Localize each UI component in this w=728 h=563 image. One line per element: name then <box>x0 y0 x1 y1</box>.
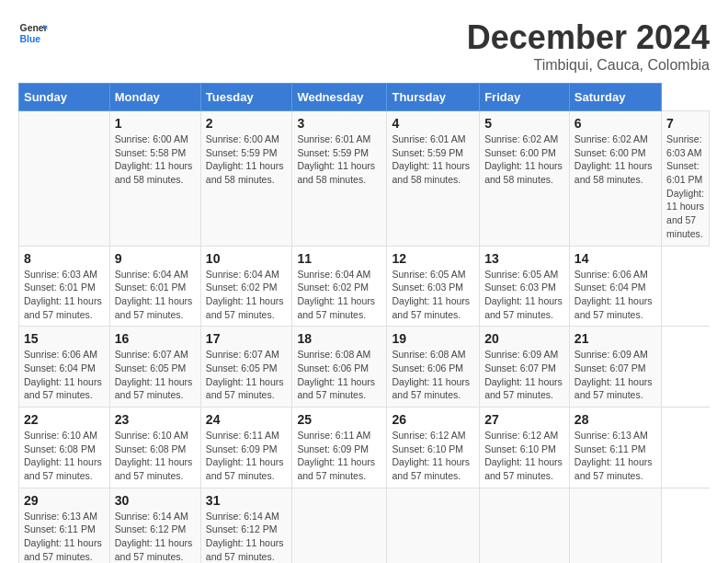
day-number: 10 <box>206 251 288 266</box>
calendar-week-row: 8Sunrise: 6:03 AM Sunset: 6:01 PM Daylig… <box>19 246 710 327</box>
calendar-table: SundayMondayTuesdayWednesdayThursdayFrid… <box>18 83 710 563</box>
day-info: Sunrise: 6:00 AM Sunset: 5:59 PM Dayligh… <box>206 132 288 187</box>
day-number: 5 <box>484 116 564 131</box>
day-number: 7 <box>666 116 704 131</box>
calendar-day-cell: 13Sunrise: 6:05 AM Sunset: 6:03 PM Dayli… <box>480 246 570 327</box>
calendar-day-cell: 25Sunrise: 6:11 AM Sunset: 6:09 PM Dayli… <box>292 408 387 488</box>
day-number: 23 <box>115 412 196 427</box>
calendar-week-row: 29Sunrise: 6:13 AM Sunset: 6:11 PM Dayli… <box>19 488 710 563</box>
calendar-day-cell: 17Sunrise: 6:07 AM Sunset: 6:05 PM Dayli… <box>200 327 292 408</box>
page-header: General Blue December 2024 Timbiqui, Cau… <box>18 18 710 74</box>
calendar-week-row: 22Sunrise: 6:10 AM Sunset: 6:08 PM Dayli… <box>19 408 710 488</box>
day-info: Sunrise: 6:09 AM Sunset: 6:07 PM Dayligh… <box>484 348 564 402</box>
header-thursday: Thursday <box>387 84 480 111</box>
day-info: Sunrise: 6:05 AM Sunset: 6:03 PM Dayligh… <box>484 268 564 322</box>
calendar-day-cell <box>292 488 387 563</box>
day-number: 19 <box>392 331 474 346</box>
day-number: 2 <box>206 116 288 131</box>
calendar-day-cell: 1Sunrise: 6:00 AM Sunset: 5:58 PM Daylig… <box>109 111 200 247</box>
day-number: 26 <box>392 412 474 427</box>
calendar-day-cell: 21Sunrise: 6:09 AM Sunset: 6:07 PM Dayli… <box>569 327 661 408</box>
day-number: 20 <box>484 331 564 346</box>
day-info: Sunrise: 6:14 AM Sunset: 6:12 PM Dayligh… <box>115 510 196 563</box>
header-tuesday: Tuesday <box>200 84 292 111</box>
calendar-day-cell: 26Sunrise: 6:12 AM Sunset: 6:10 PM Dayli… <box>387 408 480 488</box>
day-info: Sunrise: 6:08 AM Sunset: 6:06 PM Dayligh… <box>392 348 474 402</box>
header-monday: Monday <box>109 84 200 111</box>
day-number: 15 <box>24 331 105 346</box>
calendar-day-cell: 31Sunrise: 6:14 AM Sunset: 6:12 PM Dayli… <box>200 488 292 563</box>
day-info: Sunrise: 6:09 AM Sunset: 6:07 PM Dayligh… <box>574 348 656 402</box>
day-number: 31 <box>206 493 288 508</box>
day-number: 29 <box>24 493 105 508</box>
day-number: 6 <box>574 116 656 131</box>
day-info: Sunrise: 6:07 AM Sunset: 6:05 PM Dayligh… <box>115 348 196 402</box>
calendar-day-cell: 4Sunrise: 6:01 AM Sunset: 5:59 PM Daylig… <box>387 111 480 247</box>
calendar-day-cell <box>480 488 570 563</box>
calendar-header-row: SundayMondayTuesdayWednesdayThursdayFrid… <box>19 84 710 111</box>
calendar-day-cell: 11Sunrise: 6:04 AM Sunset: 6:02 PM Dayli… <box>292 246 387 327</box>
day-info: Sunrise: 6:03 AM Sunset: 6:01 PM Dayligh… <box>666 132 704 241</box>
calendar-day-cell <box>19 111 110 247</box>
calendar-day-cell: 15Sunrise: 6:06 AM Sunset: 6:04 PM Dayli… <box>19 327 110 408</box>
day-number: 17 <box>206 331 288 346</box>
day-info: Sunrise: 6:06 AM Sunset: 6:04 PM Dayligh… <box>574 268 656 322</box>
day-info: Sunrise: 6:06 AM Sunset: 6:04 PM Dayligh… <box>24 348 105 402</box>
day-info: Sunrise: 6:02 AM Sunset: 6:00 PM Dayligh… <box>484 132 564 187</box>
calendar-day-cell: 20Sunrise: 6:09 AM Sunset: 6:07 PM Dayli… <box>480 327 570 408</box>
logo-icon: General Blue <box>18 18 48 48</box>
day-number: 3 <box>297 116 381 131</box>
calendar-day-cell: 27Sunrise: 6:12 AM Sunset: 6:10 PM Dayli… <box>480 408 570 488</box>
location-subtitle: Timbiqui, Cauca, Colombia <box>467 57 710 74</box>
day-info: Sunrise: 6:00 AM Sunset: 5:58 PM Dayligh… <box>115 132 196 187</box>
calendar-day-cell: 16Sunrise: 6:07 AM Sunset: 6:05 PM Dayli… <box>109 327 200 408</box>
day-number: 9 <box>115 251 196 266</box>
calendar-day-cell: 12Sunrise: 6:05 AM Sunset: 6:03 PM Dayli… <box>387 246 480 327</box>
svg-text:Blue: Blue <box>20 34 41 44</box>
day-number: 22 <box>24 412 105 427</box>
day-info: Sunrise: 6:03 AM Sunset: 6:01 PM Dayligh… <box>24 268 105 322</box>
calendar-day-cell: 10Sunrise: 6:04 AM Sunset: 6:02 PM Dayli… <box>200 246 292 327</box>
calendar-day-cell <box>387 488 480 563</box>
day-number: 8 <box>24 251 105 266</box>
calendar-week-row: 1Sunrise: 6:00 AM Sunset: 5:58 PM Daylig… <box>19 111 710 247</box>
calendar-day-cell: 30Sunrise: 6:14 AM Sunset: 6:12 PM Dayli… <box>109 488 200 563</box>
day-info: Sunrise: 6:12 AM Sunset: 6:10 PM Dayligh… <box>392 429 474 483</box>
day-number: 14 <box>574 251 656 266</box>
day-number: 24 <box>206 412 288 427</box>
day-info: Sunrise: 6:05 AM Sunset: 6:03 PM Dayligh… <box>392 268 474 322</box>
header-wednesday: Wednesday <box>292 84 387 111</box>
day-number: 21 <box>574 331 656 346</box>
calendar-day-cell: 19Sunrise: 6:08 AM Sunset: 6:06 PM Dayli… <box>387 327 480 408</box>
day-info: Sunrise: 6:12 AM Sunset: 6:10 PM Dayligh… <box>484 429 564 483</box>
day-info: Sunrise: 6:13 AM Sunset: 6:11 PM Dayligh… <box>24 510 105 563</box>
calendar-day-cell: 8Sunrise: 6:03 AM Sunset: 6:01 PM Daylig… <box>19 246 110 327</box>
day-info: Sunrise: 6:08 AM Sunset: 6:06 PM Dayligh… <box>297 348 381 402</box>
calendar-day-cell: 2Sunrise: 6:00 AM Sunset: 5:59 PM Daylig… <box>200 111 292 247</box>
day-number: 28 <box>574 412 656 427</box>
calendar-day-cell: 24Sunrise: 6:11 AM Sunset: 6:09 PM Dayli… <box>200 408 292 488</box>
calendar-day-cell: 9Sunrise: 6:04 AM Sunset: 6:01 PM Daylig… <box>109 246 200 327</box>
day-info: Sunrise: 6:14 AM Sunset: 6:12 PM Dayligh… <box>206 510 288 563</box>
day-info: Sunrise: 6:10 AM Sunset: 6:08 PM Dayligh… <box>24 429 105 483</box>
day-info: Sunrise: 6:11 AM Sunset: 6:09 PM Dayligh… <box>297 429 381 483</box>
day-info: Sunrise: 6:01 AM Sunset: 5:59 PM Dayligh… <box>297 132 381 187</box>
month-title: December 2024 <box>467 18 710 57</box>
day-number: 16 <box>115 331 196 346</box>
calendar-day-cell: 22Sunrise: 6:10 AM Sunset: 6:08 PM Dayli… <box>19 408 110 488</box>
day-info: Sunrise: 6:11 AM Sunset: 6:09 PM Dayligh… <box>206 429 288 483</box>
day-info: Sunrise: 6:13 AM Sunset: 6:11 PM Dayligh… <box>574 429 656 483</box>
header-friday: Friday <box>480 84 570 111</box>
day-number: 12 <box>392 251 474 266</box>
day-number: 18 <box>297 331 381 346</box>
day-number: 11 <box>297 251 381 266</box>
day-info: Sunrise: 6:04 AM Sunset: 6:01 PM Dayligh… <box>115 268 196 322</box>
calendar-day-cell: 14Sunrise: 6:06 AM Sunset: 6:04 PM Dayli… <box>569 246 661 327</box>
header-sunday: Sunday <box>19 84 110 111</box>
day-number: 1 <box>115 116 196 131</box>
day-number: 25 <box>297 412 381 427</box>
calendar-day-cell: 3Sunrise: 6:01 AM Sunset: 5:59 PM Daylig… <box>292 111 387 247</box>
day-info: Sunrise: 6:02 AM Sunset: 6:00 PM Dayligh… <box>574 132 656 187</box>
calendar-day-cell: 5Sunrise: 6:02 AM Sunset: 6:00 PM Daylig… <box>480 111 570 247</box>
calendar-week-row: 15Sunrise: 6:06 AM Sunset: 6:04 PM Dayli… <box>19 327 710 408</box>
